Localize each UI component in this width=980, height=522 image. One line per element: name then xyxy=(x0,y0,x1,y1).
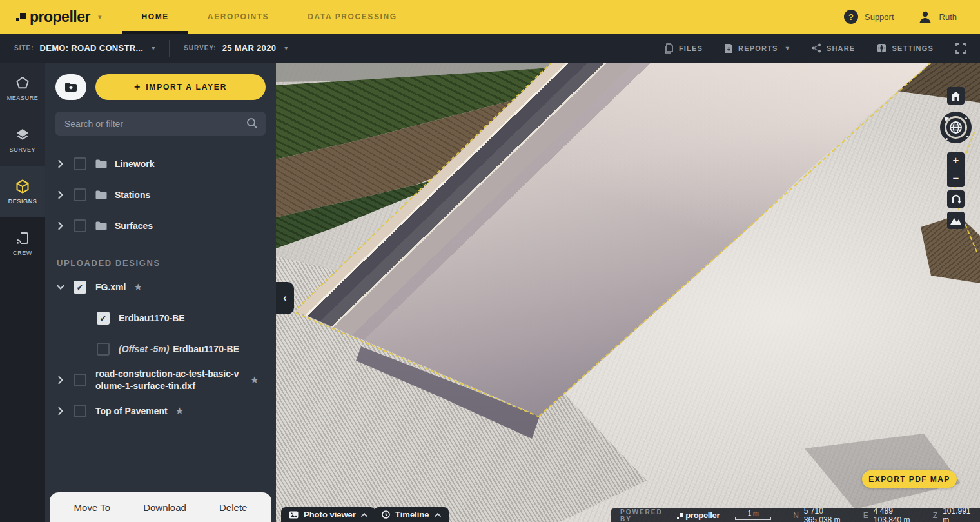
compass-dot xyxy=(966,136,968,137)
fullscreen-button[interactable] xyxy=(956,43,966,54)
tab-data-processing[interactable]: DATA PROCESSING xyxy=(288,0,416,34)
checkbox[interactable]: ✓ xyxy=(74,281,86,294)
design-row-erdbau-offset[interactable]: ✓ (Offset -5m)Erdbau1170-BE xyxy=(85,334,276,365)
layers-panel: + IMPORT A LAYER ✓ Linework ✓ Stations xyxy=(45,63,276,522)
pentagon-measure-icon xyxy=(15,76,30,90)
folder-label: Stations xyxy=(115,189,150,201)
share-button[interactable]: SHARE xyxy=(812,43,856,53)
site-toolbar: SITE: DEMO: ROAD CONSTR... ▾ SURVEY: 25 … xyxy=(0,34,980,63)
settings-button[interactable]: SETTINGS xyxy=(877,43,934,53)
design-row-top-of-pavement[interactable]: ✓ Top of Pavement ★ xyxy=(45,396,276,427)
timeline-label: Timeline xyxy=(395,510,429,519)
logo-text: propeller xyxy=(30,8,90,26)
rail-item-survey[interactable]: SURVEY xyxy=(0,114,45,166)
crew-tablet-icon xyxy=(15,231,30,245)
compass-dot xyxy=(965,117,967,119)
design-row-road-construction-dxf[interactable]: ✓ road-construction-ac-test-basic-volume… xyxy=(45,365,276,396)
reports-label: REPORTS xyxy=(738,45,778,52)
chevron-right-icon[interactable] xyxy=(57,191,64,199)
chevron-right-icon[interactable] xyxy=(57,376,64,384)
cube-designs-icon xyxy=(15,179,30,194)
export-pdf-map-button[interactable]: EXPORT PDF MAP xyxy=(862,470,957,488)
rail-item-designs[interactable]: DESIGNS xyxy=(0,166,45,217)
rail-item-crew[interactable]: CREW xyxy=(0,217,45,269)
folder-icon xyxy=(95,190,107,199)
chevron-right-icon[interactable] xyxy=(57,222,64,230)
rotate-view-button[interactable] xyxy=(947,190,965,208)
photo-viewer-tab[interactable]: Photo viewer xyxy=(281,507,375,522)
home-icon xyxy=(951,92,961,101)
search-input[interactable] xyxy=(55,112,266,136)
tab-home[interactable]: HOME xyxy=(122,0,188,34)
import-layer-label: IMPORT A LAYER xyxy=(146,83,227,92)
share-icon xyxy=(812,43,821,53)
rail-item-measure[interactable]: MEASURE xyxy=(0,63,45,114)
survey-selector[interactable]: SURVEY: 25 MAR 2020 ▾ xyxy=(170,43,302,53)
site-value: DEMO: ROAD CONSTR... xyxy=(40,43,144,53)
support-button[interactable]: ? Support xyxy=(844,10,894,24)
download-button[interactable]: Download xyxy=(143,502,186,513)
checkbox[interactable]: ✓ xyxy=(97,312,110,325)
star-icon[interactable]: ★ xyxy=(250,374,259,386)
design-label: Top of Pavement xyxy=(95,405,168,417)
chevron-right-icon[interactable] xyxy=(57,160,64,168)
powered-by-logo-text: propeller xyxy=(685,510,720,520)
map-status-bar: POWERED BY propeller 1 m N 5 710 365.038… xyxy=(611,508,980,522)
checkbox[interactable]: ✓ xyxy=(74,219,86,232)
tab-aeropoints[interactable]: AEROPOINTS xyxy=(188,0,288,34)
new-folder-button[interactable] xyxy=(55,74,86,100)
timeline-tab[interactable]: Timeline xyxy=(374,507,449,522)
propeller-app: propeller ▾ HOME AEROPOINTS DATA PROCESS… xyxy=(0,0,980,522)
user-menu[interactable]: Ruth xyxy=(917,9,957,25)
zoom-in-button[interactable]: + xyxy=(947,152,965,170)
star-icon[interactable]: ★ xyxy=(175,405,184,417)
panel-header: + IMPORT A LAYER xyxy=(45,63,276,106)
map-scale: 1 m xyxy=(735,510,771,520)
zoom-out-button[interactable]: − xyxy=(947,170,965,188)
import-layer-button[interactable]: + IMPORT A LAYER xyxy=(95,74,266,100)
logo-caret-icon[interactable]: ▾ xyxy=(98,13,102,21)
star-icon[interactable]: ★ xyxy=(133,281,142,293)
folder-row-linework[interactable]: ✓ Linework xyxy=(45,148,276,179)
northing-value: 5 710 365.038 m xyxy=(804,507,853,522)
move-to-button[interactable]: Move To xyxy=(74,502,110,513)
delete-button[interactable]: Delete xyxy=(219,502,247,513)
checkbox[interactable]: ✓ xyxy=(74,374,86,386)
design-label: Erdbau1170-BE xyxy=(119,312,185,325)
folder-row-surfaces[interactable]: ✓ Surfaces xyxy=(45,210,276,241)
checkbox[interactable]: ✓ xyxy=(74,405,86,417)
easting-value: 4 489 103.840 m xyxy=(874,507,923,522)
folder-label: Linework xyxy=(115,158,154,170)
checkbox[interactable]: ✓ xyxy=(74,188,86,201)
propeller-logo-icon xyxy=(15,12,26,22)
scale-label: 1 m xyxy=(748,510,759,517)
map-viewport[interactable]: ‹ + − EXPORT PDF MAP Photo viewer xyxy=(276,63,980,522)
photo-viewer-label: Photo viewer xyxy=(304,510,356,519)
chevron-right-icon[interactable] xyxy=(57,407,64,415)
files-button[interactable]: FILES xyxy=(664,43,703,54)
powered-by-label: POWERED BY xyxy=(620,508,671,522)
basemap-terrain-button[interactable] xyxy=(947,212,965,229)
design-name: Erdbau1170-BE xyxy=(173,344,239,354)
folder-icon xyxy=(95,221,107,230)
site-selector[interactable]: SITE: DEMO: ROAD CONSTR... ▾ xyxy=(0,43,169,53)
design-row-erdbau[interactable]: ✓ Erdbau1170-BE xyxy=(85,303,276,334)
clock-icon xyxy=(382,510,390,519)
reports-button[interactable]: REPORTS ▾ xyxy=(725,43,790,54)
gear-icon xyxy=(877,43,887,53)
rail-label-designs: DESIGNS xyxy=(8,198,37,205)
site-caret-icon: ▾ xyxy=(152,45,155,52)
panel-collapse-button[interactable]: ‹ xyxy=(276,282,294,314)
checkbox[interactable]: ✓ xyxy=(97,343,110,356)
checkbox[interactable]: ✓ xyxy=(74,157,86,170)
folder-label: Surfaces xyxy=(115,220,153,232)
zoom-control: + − xyxy=(947,152,965,187)
propeller-logo[interactable]: propeller ▾ xyxy=(15,8,101,26)
compass-control[interactable] xyxy=(940,112,972,143)
chevron-up-icon xyxy=(361,513,368,517)
compass-dot xyxy=(946,138,948,140)
chevron-down-icon[interactable] xyxy=(57,285,64,290)
folder-row-stations[interactable]: ✓ Stations xyxy=(45,179,276,210)
design-row-fgxml[interactable]: ✓ FG.xml ★ xyxy=(45,272,276,303)
home-view-button[interactable] xyxy=(947,87,965,105)
